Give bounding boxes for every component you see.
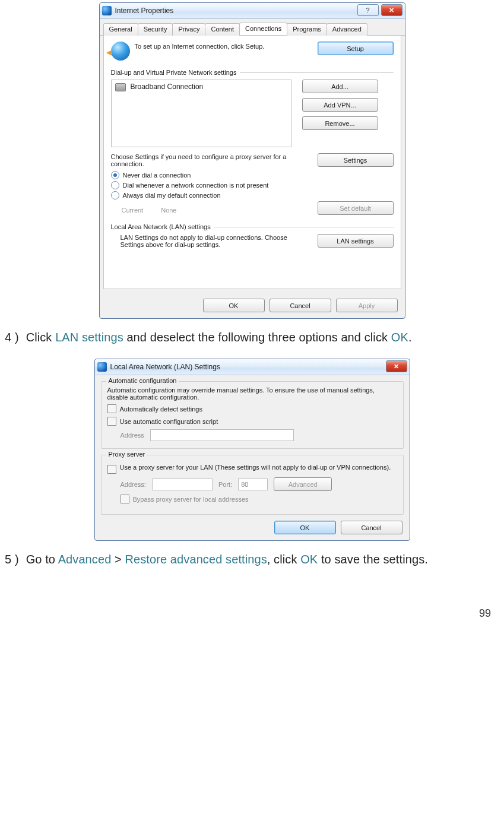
checkbox-icon: [107, 404, 116, 413]
step4-text: Click LAN settings and deselect the foll…: [26, 330, 412, 346]
set-default-button[interactable]: Set default: [318, 201, 394, 215]
text: and deselect the following three options…: [123, 331, 391, 344]
group-legend: Proxy server: [106, 451, 148, 458]
step4-number: 4 ): [5, 330, 19, 346]
modem-icon: [115, 83, 126, 91]
titlebar: Local Area Network (LAN) Settings ✕: [95, 359, 410, 375]
window-title: Local Area Network (LAN) Settings: [110, 363, 220, 371]
radio-label: Never dial a connection: [123, 172, 191, 179]
radio-never-dial[interactable]: Never dial a connection: [111, 171, 394, 179]
highlight-ok: OK: [300, 553, 318, 566]
proxy-address-label: Address:: [121, 481, 146, 488]
text: to save the settings.: [318, 553, 428, 566]
close-button[interactable]: ✕: [386, 360, 407, 372]
tab-body: To set up an Internet connection, click …: [103, 36, 401, 289]
radio-always-dial[interactable]: Always dial my default connection: [111, 191, 394, 199]
internet-options-icon: [97, 362, 107, 372]
checkbox-label: Automatically detect settings: [120, 406, 202, 413]
ok-button[interactable]: OK: [203, 299, 265, 312]
auto-config-text: Automatic configuration may override man…: [107, 387, 397, 401]
choose-settings-text: Choose Settings if you need to configure…: [111, 153, 307, 167]
text: >: [111, 553, 125, 566]
checkbox-label: Use a proxy server for your LAN (These s…: [120, 464, 391, 471]
close-icon: ✕: [389, 7, 394, 14]
divider: [214, 227, 394, 227]
close-button[interactable]: ✕: [381, 4, 402, 16]
lan-settings-button[interactable]: LAN settings: [318, 234, 394, 248]
cancel-button[interactable]: Cancel: [270, 299, 331, 312]
settings-button[interactable]: Settings: [318, 153, 394, 167]
apply-button[interactable]: Apply: [336, 299, 398, 312]
help-glyph: ?: [366, 7, 369, 14]
divider: [240, 72, 393, 73]
current-label: Current: [122, 207, 144, 214]
list-item: Broadband Connection: [131, 83, 204, 91]
close-icon: ✕: [394, 363, 399, 370]
tab-content[interactable]: Content: [205, 23, 240, 36]
window-title: Internet Properties: [115, 7, 174, 15]
text: , click: [267, 553, 300, 566]
titlebar: Internet Properties ? ✕: [100, 3, 405, 19]
text: Go to: [26, 553, 58, 566]
connections-listbox[interactable]: Broadband Connection: [111, 80, 291, 147]
lan-settings-window: Local Area Network (LAN) Settings ✕ Auto…: [94, 359, 410, 541]
checkbox-icon: [107, 417, 116, 426]
tab-general[interactable]: General: [103, 23, 138, 36]
tab-security[interactable]: Security: [138, 23, 173, 36]
address-label: Address: [121, 432, 144, 439]
checkbox-label: Use automatic configuration script: [120, 418, 218, 425]
radio-dial-whenever[interactable]: Dial whenever a network connection is no…: [111, 181, 394, 189]
remove-button[interactable]: Remove...: [302, 116, 378, 130]
highlight-restore-advanced-settings: Restore advanced settings: [125, 553, 267, 566]
tab-connections[interactable]: Connections: [239, 23, 287, 35]
setup-text: To set up an Internet connection, click …: [135, 42, 313, 50]
cancel-button[interactable]: Cancel: [341, 521, 402, 534]
proxy-address-input[interactable]: [152, 479, 213, 490]
tab-programs[interactable]: Programs: [287, 23, 327, 36]
checkbox-icon: [107, 465, 116, 474]
text: Click: [26, 331, 56, 344]
tab-advanced[interactable]: Advanced: [327, 23, 367, 36]
section-dialup: Dial-up and Virtual Private Network sett…: [111, 69, 394, 76]
checkbox-bypass-proxy[interactable]: Bypass proxy server for local addresses: [121, 495, 397, 503]
add-vpn-button[interactable]: Add VPN...: [302, 98, 378, 112]
radio-icon: [111, 181, 119, 189]
group-proxy-server: Proxy server Use a proxy server for your…: [101, 455, 404, 515]
group-legend: Automatic configuration: [106, 377, 179, 384]
radio-label: Always dial my default connection: [123, 192, 221, 199]
checkbox-use-proxy[interactable]: Use a proxy server for your LAN (These s…: [107, 464, 397, 474]
address-input[interactable]: [150, 429, 294, 441]
radio-icon: [111, 171, 119, 179]
internet-options-icon: [102, 6, 112, 15]
help-button[interactable]: ?: [357, 4, 379, 16]
radio-label: Dial whenever a network connection is no…: [123, 182, 269, 189]
checkbox-label: Bypass proxy server for local addresses: [133, 496, 249, 503]
dialog-footer: OK Cancel Apply: [100, 293, 405, 318]
setup-button[interactable]: Setup: [318, 42, 394, 55]
step5-number: 5 ): [5, 552, 19, 568]
checkbox-auto-script[interactable]: Use automatic configuration script: [107, 417, 397, 426]
highlight-advanced: Advanced: [58, 553, 112, 566]
step5-text: Go to Advanced > Restore advanced settin…: [26, 552, 428, 568]
highlight-lan-settings: LAN settings: [55, 331, 123, 344]
proxy-port-input[interactable]: 80: [238, 479, 268, 490]
checkbox-icon: [121, 495, 129, 503]
lan-text: LAN Settings do not apply to dial-up con…: [111, 234, 307, 248]
highlight-ok: OK: [391, 331, 408, 344]
advanced-button[interactable]: Advanced: [274, 477, 332, 491]
current-value: None: [161, 207, 176, 214]
page-number: 99: [479, 607, 491, 620]
section-dialup-label: Dial-up and Virtual Private Network sett…: [111, 69, 237, 76]
checkbox-auto-detect[interactable]: Automatically detect settings: [107, 404, 397, 413]
tabstrip: General Security Privacy Content Connect…: [100, 19, 405, 36]
proxy-port-label: Port:: [218, 481, 232, 488]
dialog-footer: OK Cancel: [95, 515, 410, 540]
add-button[interactable]: Add...: [302, 80, 378, 93]
text: .: [408, 331, 412, 344]
internet-properties-window: Internet Properties ? ✕ General Security…: [99, 2, 405, 319]
group-automatic-configuration: Automatic configuration Automatic config…: [101, 381, 404, 449]
tab-privacy[interactable]: Privacy: [172, 23, 205, 36]
section-lan: Local Area Network (LAN) settings: [111, 223, 394, 230]
section-lan-label: Local Area Network (LAN) settings: [111, 223, 211, 230]
ok-button[interactable]: OK: [274, 521, 336, 534]
